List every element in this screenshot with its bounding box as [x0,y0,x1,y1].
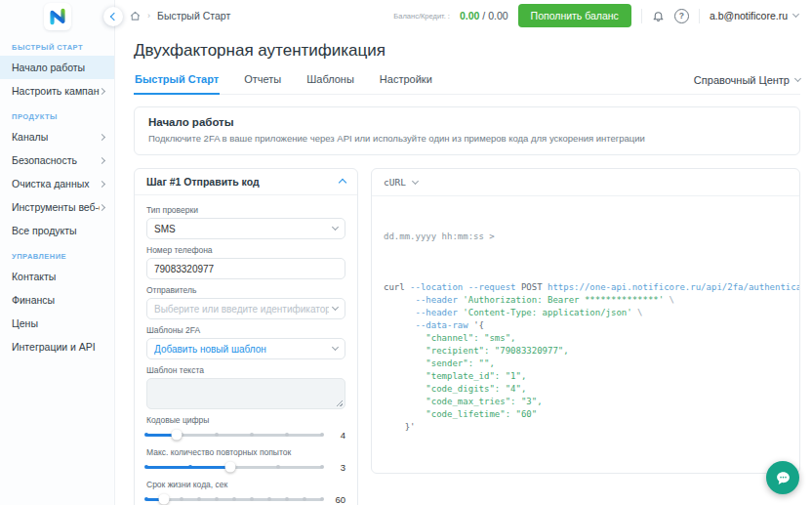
code-line: "code_digits": "4", [384,383,788,396]
content: Двухфакторная аутентификация Быстрый Ста… [114,31,812,505]
tab-quick-start[interactable]: Быстрый Старт [134,68,220,95]
slider-tick [303,497,306,501]
code-lifetime-label: Срок жизни кода, сек [146,480,345,489]
slider-value: 60 [330,494,345,505]
code-line: "code_lifetime": "60" [384,408,788,421]
live-chat-button[interactable] [766,461,799,494]
panel-header[interactable]: Шаг #1 Отправить код [135,169,357,195]
slider-value: 3 [330,462,345,473]
sidebar-item-setup-campaign[interactable]: Настроить кампанию [0,79,114,103]
sender-select[interactable] [146,298,345,319]
slider-thumb[interactable] [171,430,182,441]
sidebar: БЫСТРЫЙ СТАРТ Начало работы Настроить ка… [0,0,115,505]
slider-tick [320,433,324,437]
slider-tick [144,497,148,501]
help-center-dropdown[interactable]: Справочный Центр [694,74,800,94]
sidebar-item-getting-started[interactable]: Начало работы [0,56,114,79]
chevron-down-icon [332,304,339,311]
home-icon[interactable] [130,11,141,21]
curl-language-dropdown[interactable]: cURL [372,169,799,196]
sidebar-item-security[interactable]: Безопасность [0,148,114,172]
tabs-bar: Быстрый Старт Отчеты Шаблоны Настройки С… [134,68,800,95]
credit-amount: / 0.00 [482,10,508,21]
tab-templates[interactable]: Шаблоны [305,68,355,95]
template-text-area[interactable] [146,378,345,409]
divider [699,9,700,23]
sidebar-item-contacts[interactable]: Контакты [0,265,114,288]
templates-2fa-select[interactable]: Добавить новый шаблон [146,338,345,359]
phone-number-input[interactable] [154,264,338,274]
user-email: a.b@notificore.ru [710,10,788,21]
chevron-right-icon [99,87,105,94]
sidebar-collapse-button[interactable] [103,7,123,26]
template-text-label: Шаблон текста [146,365,345,375]
slider-tick [144,465,148,469]
topbar-right: Баланс/Кредит. : 0.00 / 0.00 Пополнить б… [393,4,798,27]
code-line: --header 'Content-Type: application/json… [384,307,788,319]
chevron-down-icon [792,11,799,18]
slider-tick [188,465,192,469]
sidebar-item-integrations-api[interactable]: Интеграции и API [0,335,114,358]
slider-tick [232,497,236,501]
sidebar-item-data-cleaning[interactable]: Очистка данных [0,172,114,195]
curl-panel: cURL dd.mm.yyyy hh:mm:ss > curl --locati… [371,168,800,474]
phone-number-label: Номер телефона [146,245,345,255]
slider-tick [320,465,324,469]
chevron-down-icon [794,75,801,82]
timestamp-line[interactable]: dd.mm.yyyy hh:mm:ss > [384,231,788,243]
tab-reports[interactable]: Отчеты [243,68,282,95]
slider-tick [320,497,324,501]
sidebar-section-quickstart: БЫСТРЫЙ СТАРТ Начало работы Настроить ка… [0,33,114,103]
code-line: "recipient": "79083320977", [384,345,788,358]
send-code-panel: Шаг #1 Отправить код Тип проверки SMS Но… [134,168,358,505]
code-line: "channel": "sms", [384,332,788,345]
breadcrumb-separator: › [147,11,150,21]
section-header: ПРОДУКТЫ [0,103,114,125]
bell-icon[interactable] [652,10,665,22]
code-line: curl --location --request POST https://o… [384,281,788,294]
logo-icon [47,6,68,27]
slider-track[interactable] [146,434,322,437]
slider-tick [197,497,201,501]
verification-type-select[interactable]: SMS [146,218,345,239]
slider-track[interactable] [146,498,322,501]
slider-thumb[interactable] [225,462,236,473]
notificore-logo[interactable] [44,3,71,30]
sidebar-item-prices[interactable]: Цены [0,312,114,335]
verification-type-label: Тип проверки [146,205,345,215]
panel-body: Тип проверки SMS Номер телефона Отправит… [135,195,357,505]
phone-number-field [146,258,345,279]
getting-started-card: Начало работы Подключите 2FA в ваше прил… [134,106,800,155]
code-line: "template_id": "1", [384,370,788,383]
help-icon[interactable]: ? [674,9,689,23]
sidebar-item-all-products[interactable]: Все продукты [0,219,114,242]
code-area: dd.mm.yyyy hh:mm:ss > curl --location --… [372,196,799,473]
sender-input[interactable] [154,304,329,315]
section-header: УПРАВЛЕНИЕ [0,242,114,265]
resize-handle-icon[interactable] [335,399,343,406]
code-line: --header 'Authorization: Bearer ********… [384,294,788,307]
tab-settings[interactable]: Настройки [379,68,433,95]
breadcrumb-current[interactable]: Быстрый Старт [157,10,230,21]
user-account-menu[interactable]: a.b@notificore.ru [710,10,798,21]
code-line: "code_max_tries": "3", [384,396,788,408]
slider-tick [285,433,289,437]
sidebar-item-website-tools[interactable]: Инструменты веб-сайта [0,195,114,219]
slider-tick [285,497,289,501]
main-area: › Быстрый Старт Баланс/Кредит. : 0.00 / … [114,0,812,505]
slider-value: 4 [330,430,345,441]
logo-row [0,0,114,33]
slider-tick [180,497,183,501]
slider-thumb[interactable] [159,494,170,505]
slider-tick [267,497,271,501]
slider-track[interactable] [146,466,322,469]
sender-label: Отправитель [146,285,345,295]
sidebar-item-channels[interactable]: Каналы [0,125,114,148]
card-title: Начало работы [148,116,786,128]
divider [641,9,642,23]
code-digits-label: Кодовые цифры [146,415,345,425]
sidebar-item-finance[interactable]: Финансы [0,288,114,312]
chevron-left-icon [110,13,118,21]
slider-tick [144,433,148,437]
topup-balance-button[interactable]: Пополнить баланс [518,4,631,27]
